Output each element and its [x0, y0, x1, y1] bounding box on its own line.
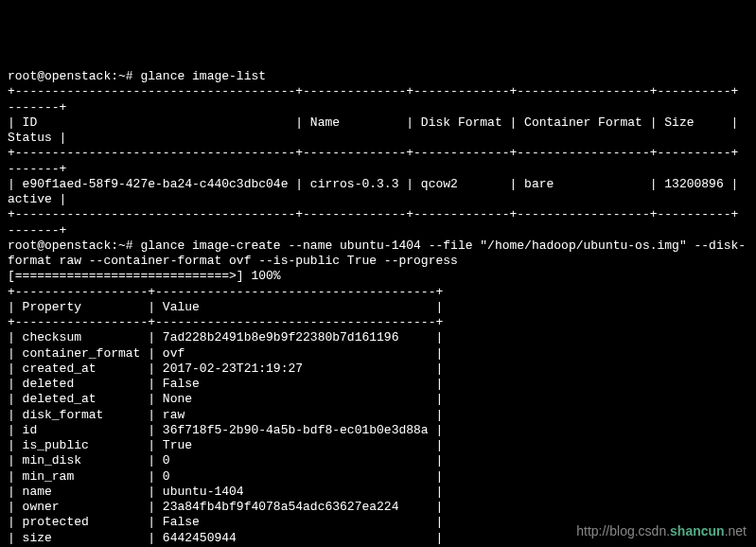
- terminal-line: root@openstack:~# glance image-list: [8, 69, 748, 84]
- terminal-line: | e90f1aed-58f9-427e-ba24-c440c3dbc04e |…: [8, 177, 748, 192]
- terminal-line: | id | 36f718f5-2b90-4a5b-bdf8-ec01b0e3d…: [8, 423, 748, 438]
- terminal-line: | checksum | 7ad228b2491b8e9b9f22380b7d1…: [8, 330, 748, 345]
- terminal-line: active |: [8, 192, 748, 207]
- terminal-line: format raw --container-format ovf --is-p…: [8, 254, 748, 269]
- terminal-line: +--------------------------------------+…: [8, 84, 748, 99]
- terminal-line: | ID | Name | Disk Format | Container Fo…: [8, 115, 748, 131]
- terminal-line: | min_disk | 0 |: [8, 453, 748, 468]
- terminal-line: -------+: [8, 100, 748, 115]
- terminal-line: | name | ubuntu-1404 |: [8, 485, 748, 500]
- terminal-output: root@openstack:~# glance image-list+----…: [8, 69, 748, 547]
- watermark-logo: shancun: [670, 523, 725, 538]
- terminal-line: | container_format | ovf |: [8, 346, 748, 362]
- terminal-line: | disk_format | raw |: [8, 408, 748, 423]
- terminal-line: root@openstack:~# glance image-create --…: [8, 238, 748, 254]
- terminal-line: +--------------------------------------+…: [8, 146, 748, 161]
- watermark: http://blog.csdn.shancun.net: [576, 523, 747, 540]
- terminal-line: | deleted_at | None |: [8, 392, 748, 407]
- terminal-line: -------+: [8, 162, 748, 177]
- terminal-line: -------+: [8, 223, 748, 238]
- terminal-line: +------------------+--------------------…: [8, 315, 748, 330]
- terminal-line: Status |: [8, 131, 748, 146]
- terminal-line: [=============================>] 100%: [8, 269, 748, 284]
- terminal-line: | owner | 23a84fb4bf9f4078a54adc63627ea2…: [8, 500, 748, 515]
- terminal-line: | deleted | False |: [8, 377, 748, 392]
- watermark-url: http://blog.csdn.: [576, 523, 670, 538]
- terminal-line: | Property | Value |: [8, 300, 748, 315]
- terminal-line: +------------------+--------------------…: [8, 285, 748, 300]
- terminal-line: +--------------------------------------+…: [8, 207, 748, 222]
- terminal-line: | is_public | True |: [8, 438, 748, 453]
- terminal-line: | min_ram | 0 |: [8, 469, 748, 485]
- terminal-line: | created_at | 2017-02-23T21:19:27 |: [8, 362, 748, 377]
- watermark-suffix: .net: [725, 523, 747, 538]
